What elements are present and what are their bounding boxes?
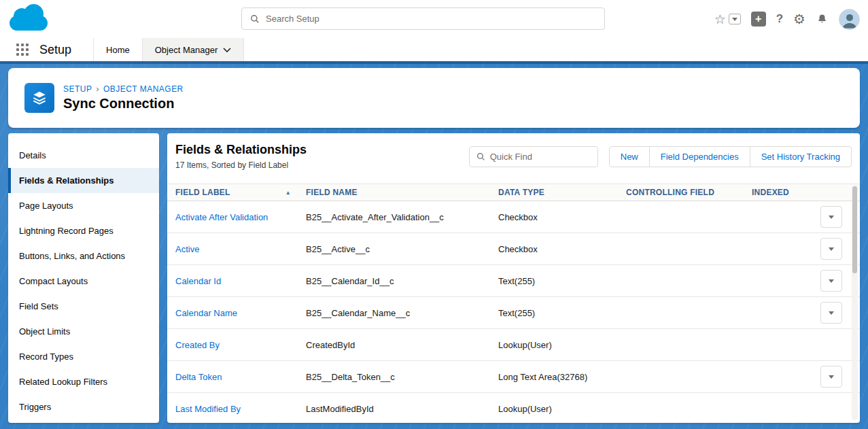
chevron-down-icon bbox=[829, 216, 834, 219]
sidebar-item-fields-relationships[interactable]: Fields & Relationships bbox=[8, 168, 159, 193]
breadcrumb: SETUP › OBJECT MANAGER bbox=[63, 84, 184, 94]
column-label: FIELD LABEL bbox=[175, 188, 230, 197]
field-name: B25__Calendar_Id__c bbox=[306, 276, 498, 286]
column-data-type[interactable]: DATA TYPE bbox=[498, 188, 626, 197]
field-label-link[interactable]: Delta Token bbox=[175, 372, 306, 382]
salesforce-logo-icon[interactable] bbox=[10, 6, 48, 32]
page-header-card: SETUP › OBJECT MANAGER Sync Connection bbox=[8, 68, 860, 128]
global-actions-add-icon[interactable]: + bbox=[751, 12, 766, 27]
field-name: B25__Calendar_Name__c bbox=[306, 308, 498, 318]
field-name: CreatedById bbox=[306, 340, 498, 350]
column-indexed[interactable]: INDEXED bbox=[752, 188, 816, 197]
fields-table-body: Activate After ValidationB25__Activate_A… bbox=[167, 201, 860, 423]
data-type: Text(255) bbox=[498, 308, 626, 318]
sidebar-item-related-lookup-filters[interactable]: Related Lookup Filters bbox=[8, 369, 159, 394]
app-window: ☆ + ? ⚙ Setup Home Object Manager bbox=[0, 0, 868, 429]
field-name: B25__Delta_Token__c bbox=[306, 372, 498, 382]
sidebar-item-page-layouts[interactable]: Page Layouts bbox=[8, 193, 159, 218]
chevron-down-icon bbox=[829, 375, 834, 379]
scrollbar[interactable] bbox=[852, 185, 858, 420]
sidebar-item-record-types[interactable]: Record Types bbox=[8, 344, 159, 369]
field-name: B25__Activate_After_Validation__c bbox=[306, 212, 498, 222]
search-icon bbox=[250, 14, 260, 24]
global-header-actions: ☆ + ? ⚙ bbox=[714, 0, 860, 38]
setup-nav-bar: Setup Home Object Manager bbox=[0, 38, 868, 61]
section-title: Fields & Relationships bbox=[175, 143, 307, 157]
content-card: Fields & Relationships 17 Items, Sorted … bbox=[167, 133, 860, 423]
breadcrumb-setup-link[interactable]: SETUP bbox=[63, 84, 92, 94]
table-row: Activate After ValidationB25__Activate_A… bbox=[167, 201, 860, 233]
object-layers-icon bbox=[24, 83, 54, 113]
sidebar-item-field-sets[interactable]: Field Sets bbox=[8, 294, 159, 319]
tab-home[interactable]: Home bbox=[93, 38, 142, 61]
notifications-bell-icon[interactable] bbox=[816, 13, 829, 26]
column-controlling-field[interactable]: CONTROLLING FIELD bbox=[626, 188, 752, 197]
setup-gear-icon[interactable]: ⚙ bbox=[793, 12, 805, 26]
search-icon bbox=[476, 152, 485, 161]
table-header: FIELD LABEL ▲ FIELD NAME DATA TYPE CONTR… bbox=[167, 184, 860, 201]
column-field-label[interactable]: FIELD LABEL ▲ bbox=[175, 188, 306, 197]
chevron-down-icon bbox=[732, 18, 737, 21]
avatar[interactable] bbox=[839, 9, 860, 30]
row-actions-menu-button[interactable] bbox=[820, 270, 842, 292]
set-history-tracking-button[interactable]: Set History Tracking bbox=[750, 146, 852, 167]
chevron-right-icon: › bbox=[96, 84, 99, 94]
help-icon[interactable]: ? bbox=[776, 12, 783, 26]
field-label-link[interactable]: Last Modified By bbox=[175, 404, 306, 414]
table-row: Delta TokenB25__Delta_Token__cLong Text … bbox=[167, 361, 860, 393]
data-type: Lookup(User) bbox=[498, 340, 626, 350]
sidebar-item-lightning-record-pages[interactable]: Lightning Record Pages bbox=[8, 218, 159, 243]
sidebar-item-details[interactable]: Details bbox=[8, 143, 159, 168]
new-button[interactable]: New bbox=[609, 146, 650, 167]
field-label-link[interactable]: Active bbox=[175, 244, 306, 254]
data-type: Checkbox bbox=[498, 212, 626, 222]
chevron-down-icon bbox=[223, 48, 231, 52]
tab-object-manager[interactable]: Object Manager bbox=[142, 38, 245, 61]
cloud-icon bbox=[10, 6, 48, 32]
field-label-link[interactable]: Calendar Id bbox=[175, 276, 306, 286]
global-search[interactable] bbox=[241, 7, 605, 30]
field-label-link[interactable]: Activate After Validation bbox=[175, 212, 306, 222]
data-type: Checkbox bbox=[498, 244, 626, 254]
favorites-dropdown-button[interactable] bbox=[729, 14, 741, 24]
content-header: Fields & Relationships 17 Items, Sorted … bbox=[167, 133, 860, 184]
field-name: LastModifiedById bbox=[306, 404, 498, 414]
quick-find[interactable] bbox=[469, 146, 598, 167]
row-actions-menu-button[interactable] bbox=[820, 302, 842, 324]
sidebar-item-triggers[interactable]: Triggers bbox=[8, 394, 159, 419]
sidebar-item-compact-layouts[interactable]: Compact Layouts bbox=[8, 269, 159, 294]
tab-label: Object Manager bbox=[155, 45, 218, 55]
column-field-name[interactable]: FIELD NAME bbox=[306, 188, 498, 197]
global-search-input[interactable] bbox=[266, 14, 596, 24]
row-actions-menu-button[interactable] bbox=[820, 206, 842, 228]
global-header: ☆ + ? ⚙ bbox=[0, 0, 868, 38]
data-type: Lookup(User) bbox=[498, 404, 626, 414]
chevron-down-icon bbox=[829, 247, 834, 251]
app-name: Setup bbox=[39, 43, 71, 57]
table-row: Created ByCreatedByIdLookup(User) bbox=[167, 329, 860, 361]
app-launcher-icon[interactable] bbox=[16, 44, 29, 56]
field-name: B25__Active__c bbox=[306, 244, 498, 254]
table-row: ActiveB25__Active__cCheckbox bbox=[167, 233, 860, 265]
field-label-link[interactable]: Calendar Name bbox=[175, 308, 306, 318]
breadcrumb-object-manager-link[interactable]: OBJECT MANAGER bbox=[103, 84, 184, 94]
favorites-star-icon[interactable]: ☆ bbox=[714, 13, 726, 26]
chevron-down-icon bbox=[829, 279, 834, 283]
row-actions-menu-button[interactable] bbox=[820, 366, 842, 388]
scrollbar-thumb[interactable] bbox=[852, 186, 857, 273]
quick-find-input[interactable] bbox=[490, 152, 591, 162]
content-header-controls: New Field Dependencies Set History Track… bbox=[469, 146, 852, 167]
field-dependencies-button[interactable]: Field Dependencies bbox=[649, 146, 750, 167]
data-type: Text(255) bbox=[498, 276, 626, 286]
row-actions-menu-button[interactable] bbox=[820, 238, 842, 260]
sidebar-item-buttons-links-and-actions[interactable]: Buttons, Links, and Actions bbox=[8, 243, 159, 269]
table-row: Last Modified ByLastModifiedByIdLookup(U… bbox=[167, 393, 860, 423]
action-button-group: New Field Dependencies Set History Track… bbox=[609, 146, 852, 167]
field-label-link[interactable]: Created By bbox=[175, 340, 306, 350]
data-type: Long Text Area(32768) bbox=[498, 372, 626, 382]
page-header-meta: SETUP › OBJECT MANAGER Sync Connection bbox=[63, 84, 184, 111]
tab-label: Home bbox=[106, 45, 130, 55]
table-row: Calendar NameB25__Calendar_Name__cText(2… bbox=[167, 297, 860, 329]
sidebar-item-object-limits[interactable]: Object Limits bbox=[8, 319, 159, 344]
item-count: 17 Items, Sorted by Field Label bbox=[175, 160, 307, 170]
